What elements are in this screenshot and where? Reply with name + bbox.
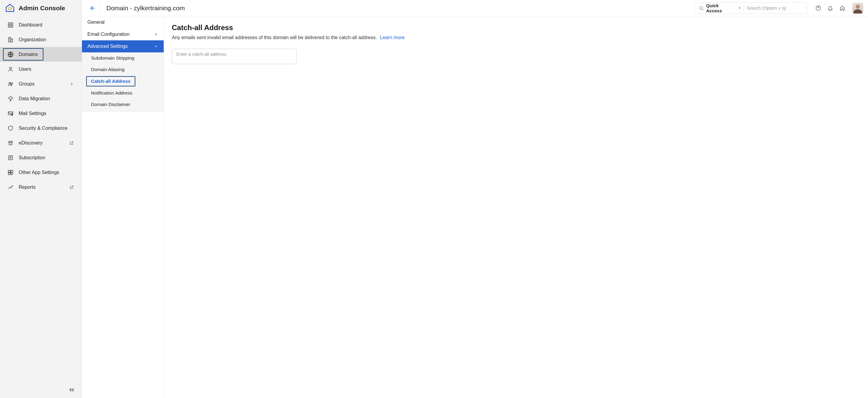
sidebar-item-label: Subscription	[19, 155, 74, 161]
brand-title: Admin Console	[19, 4, 65, 12]
subnav-sub-label: Catch-all Address	[86, 76, 135, 87]
sidebar: Admin Console Dashboard Organization	[0, 0, 82, 398]
svg-rect-5	[8, 37, 10, 42]
description-text: Any emails sent invalid email addresses …	[172, 35, 377, 40]
brand: Admin Console	[0, 0, 82, 16]
chevron-down-icon	[154, 44, 158, 48]
sidebar-item-label: Other App Settings	[19, 170, 74, 175]
globe-icon	[7, 51, 14, 58]
building-icon	[7, 36, 14, 43]
subnav-sub-notification-address[interactable]: Notification Address	[82, 87, 164, 99]
bell-icon[interactable]	[827, 5, 834, 11]
sidebar-item-label: Reports	[19, 185, 64, 190]
external-link-icon	[69, 140, 74, 146]
topbar: Domain - zylkertraining.com Quick Access	[82, 0, 868, 16]
content-area: Catch-all Address Any emails sent invali…	[164, 16, 868, 398]
sidebar-item-mail-settings[interactable]: Mail Settings	[0, 106, 82, 121]
user-avatar[interactable]	[852, 3, 863, 13]
svg-rect-6	[11, 39, 13, 42]
back-button[interactable]	[88, 4, 96, 12]
home-icon[interactable]	[839, 5, 846, 11]
sidebar-item-label: Dashboard	[19, 22, 74, 28]
subnav-sub-subdomain-stripping[interactable]: Subdomain Stripping	[82, 53, 164, 64]
svg-rect-16	[8, 172, 10, 175]
users-icon	[7, 81, 14, 87]
sidebar-item-organization[interactable]: Organization	[0, 32, 82, 47]
sidebar-item-reports[interactable]: Reports	[0, 180, 82, 195]
chart-icon	[7, 184, 14, 191]
sidebar-item-data-migration[interactable]: Data Migration	[0, 91, 82, 106]
svg-rect-14	[8, 170, 10, 172]
sidebar-item-label: Mail Settings	[19, 111, 74, 116]
svg-rect-2	[11, 23, 13, 24]
svg-rect-11	[8, 112, 13, 115]
external-link-icon	[69, 185, 74, 190]
chevron-right-icon	[69, 81, 74, 87]
subnav-sub-domain-disclaimer[interactable]: Domain Disclaimer	[82, 99, 164, 110]
user-icon	[7, 66, 14, 72]
sidebar-item-dashboard[interactable]: Dashboard	[0, 18, 82, 32]
chevron-right-icon	[154, 32, 158, 36]
svg-rect-4	[11, 25, 13, 27]
domain-subnav: General Email Configuration Advanced Set…	[82, 16, 164, 398]
sidebar-item-users[interactable]: Users	[0, 62, 82, 76]
svg-rect-1	[8, 23, 10, 24]
svg-rect-3	[8, 25, 10, 27]
help-icon[interactable]	[815, 5, 822, 11]
subnav-sub-catch-all-address[interactable]: Catch-all Address	[82, 75, 164, 87]
app-logo-icon	[5, 3, 15, 13]
mail-settings-icon	[7, 110, 14, 117]
subnav-label: Email Configuration	[87, 32, 130, 37]
svg-point-8	[10, 67, 12, 69]
sidebar-item-domains[interactable]: Domains	[0, 47, 82, 62]
sidebar-item-label: Data Migration	[19, 96, 74, 101]
subnav-item-email-configuration[interactable]: Email Configuration	[82, 28, 164, 40]
quick-access-label: Quick Access	[706, 3, 735, 13]
archive-icon	[7, 140, 14, 146]
sidebar-item-security[interactable]: Security & Compliance	[0, 121, 82, 135]
sidebar-footer	[0, 382, 82, 398]
sidebar-item-label: eDiscovery	[19, 140, 64, 146]
input-placeholder-label: Enter a catch-all address	[176, 52, 292, 57]
search-icon	[699, 6, 704, 10]
svg-point-18	[700, 6, 703, 9]
divider	[101, 4, 101, 12]
subnav-item-advanced-settings[interactable]: Advanced Settings	[82, 40, 164, 53]
quick-search-box: Quick Access	[695, 2, 807, 14]
quick-access-dropdown[interactable]: Quick Access	[706, 3, 741, 13]
sidebar-item-label: Domains	[19, 52, 74, 57]
catch-all-input[interactable]: Enter a catch-all address	[172, 49, 297, 64]
search-input[interactable]	[747, 5, 804, 10]
subscription-icon	[7, 155, 14, 161]
subnav-label: Advanced Settings	[87, 44, 127, 49]
sidebar-item-ediscovery[interactable]: eDiscovery	[0, 135, 82, 150]
sidebar-item-groups[interactable]: Groups	[0, 76, 82, 91]
sidebar-item-subscription[interactable]: Subscription	[0, 150, 82, 165]
content-description: Any emails sent invalid email addresses …	[172, 35, 860, 40]
subnav-item-general[interactable]: General	[82, 16, 164, 28]
sidebar-item-other-app-settings[interactable]: Other App Settings	[0, 165, 82, 180]
content-title: Catch-all Address	[172, 24, 860, 32]
migration-icon	[7, 95, 14, 102]
shield-icon	[7, 125, 14, 132]
sidebar-item-label: Security & Compliance	[19, 126, 74, 131]
sidebar-item-label: Organization	[19, 37, 74, 42]
sidebar-item-label: Groups	[19, 81, 64, 87]
svg-point-9	[9, 82, 11, 84]
sidebar-item-label: Users	[19, 67, 74, 72]
svg-point-17	[11, 173, 13, 175]
divider	[744, 5, 744, 11]
subnav-sub-domain-aliasing[interactable]: Domain Aliasing	[82, 64, 164, 75]
dashboard-icon	[7, 22, 14, 28]
collapse-sidebar-icon[interactable]	[68, 387, 74, 393]
subnav-advanced-subgroup: Subdomain Stripping Domain Aliasing Catc…	[82, 53, 164, 112]
svg-point-10	[11, 82, 13, 84]
learn-more-link[interactable]: Learn more	[380, 35, 405, 40]
sidebar-nav: Dashboard Organization Domains User	[0, 16, 82, 382]
svg-rect-15	[11, 170, 13, 172]
svg-point-0	[8, 7, 11, 10]
apps-settings-icon	[7, 169, 14, 176]
page-title: Domain - zylkertraining.com	[106, 4, 185, 12]
caret-down-icon	[738, 6, 741, 10]
topbar-icon-group	[815, 3, 863, 13]
